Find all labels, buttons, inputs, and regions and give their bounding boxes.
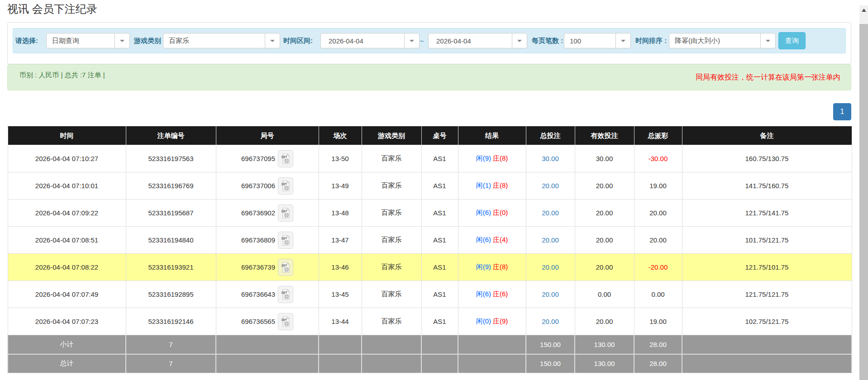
total-bet-cell[interactable]: 20.00 — [526, 200, 575, 227]
round-number: 696736565 — [241, 318, 275, 325]
round-cell: 696737095 — [216, 145, 319, 172]
payout-cell: 19.00 — [634, 172, 682, 200]
filter-bar: 请选择: 日期查询 游戏类别 百家乐 时间区间: 2026-04-04 ~ 20… — [13, 28, 846, 53]
result-banker: 庄(8) — [493, 263, 508, 271]
sort-label: 时间排序 : — [635, 37, 667, 45]
chevron-down-icon — [120, 40, 124, 42]
table-row: 2026-04-04 07:10:01523316196769696737006… — [8, 172, 852, 200]
note-cell: 141.75/160.75 — [682, 172, 852, 200]
page-size-select[interactable]: 100 — [564, 33, 631, 48]
page-1-button[interactable]: 1 — [833, 103, 851, 120]
grandtotal-row: 总计7150.00130.0028.00 — [8, 354, 852, 373]
footer-cell-6 — [458, 335, 526, 354]
round-cell: 696736902 — [216, 200, 319, 227]
total-bet-cell[interactable]: 20.00 — [526, 281, 575, 308]
main-content: 视讯 会员下注纪录 请选择: 日期查询 游戏类别 百家乐 时间区间: 2026-… — [7, 0, 851, 373]
footer-cell-4 — [362, 354, 421, 373]
records-table: 时间注单编号局号场次游戏类别桌号结果总投注有效投注总派彩备注 2026-04-0… — [7, 126, 852, 373]
table-no-cell: AS1 — [421, 227, 458, 254]
footer-cell-3 — [319, 335, 362, 354]
col-header-6: 结果 — [458, 127, 526, 145]
payout-cell: -30.00 — [634, 145, 682, 172]
footer-cell-9: 28.00 — [634, 335, 682, 354]
round-number: 696737095 — [241, 155, 275, 162]
video-replay-button[interactable] — [278, 232, 293, 249]
result-player: 闲(1) — [476, 181, 491, 189]
result-banker: 庄(9) — [493, 317, 508, 325]
col-header-1: 注单编号 — [126, 127, 216, 145]
col-header-0: 时间 — [8, 127, 126, 145]
table-no-cell: AS1 — [421, 200, 458, 227]
bet-id-cell: 523316195687 — [126, 200, 216, 227]
video-icon — [281, 180, 291, 192]
video-replay-button[interactable] — [278, 259, 293, 276]
video-replay-button[interactable] — [278, 286, 293, 303]
bet-id-cell: 523316192146 — [126, 308, 216, 335]
video-replay-button[interactable] — [278, 313, 293, 330]
result-player: 闲(9) — [476, 154, 491, 162]
total-bet-cell[interactable]: 30.00 — [526, 145, 575, 172]
scrollbar-cap — [859, 0, 868, 5]
footer-cell-0: 总计 — [8, 354, 126, 373]
session-cell: 13-49 — [319, 172, 362, 200]
table-head: 时间注单编号局号场次游戏类别桌号结果总投注有效投注总派彩备注 — [8, 127, 852, 145]
scrollbar-up-icon[interactable] — [862, 9, 866, 12]
result-cell: 闲(0)庄(9) — [458, 308, 526, 335]
round-cell: 696736809 — [216, 227, 319, 254]
video-icon — [281, 153, 291, 165]
summary-text: 币别 : 人民币 | 总共 :7 注单 | — [19, 71, 105, 80]
query-type-caret-box — [114, 33, 129, 48]
col-header-4: 游戏类别 — [362, 127, 421, 145]
result-banker: 庄(4) — [493, 236, 508, 243]
query-type-select[interactable]: 日期查询 — [46, 33, 130, 48]
footer-cell-8: 130.00 — [575, 335, 634, 354]
video-replay-button[interactable] — [278, 150, 293, 167]
query-button[interactable]: 查询 — [778, 32, 806, 49]
game-type-cell: 百家乐 — [362, 172, 421, 200]
table-row: 2026-04-04 07:09:22523316195687696736902… — [8, 200, 852, 227]
footer-cell-1: 7 — [126, 354, 216, 373]
game-type-cell: 百家乐 — [362, 227, 421, 254]
page-size-caret-box — [615, 33, 630, 48]
footer-cell-5 — [421, 354, 458, 373]
total-bet-cell[interactable]: 20.00 — [526, 308, 575, 335]
total-bet-cell[interactable]: 20.00 — [526, 172, 575, 200]
subtotal-row: 小计7150.00130.0028.00 — [8, 335, 852, 354]
round-cell: 696736565 — [216, 308, 319, 335]
payout-cell: -20.00 — [634, 254, 682, 281]
time-cell: 2026-04-04 07:08:51 — [8, 227, 126, 254]
total-bet-cell[interactable]: 20.00 — [526, 254, 575, 281]
scrollbar-thumb[interactable] — [859, 24, 868, 380]
video-replay-button[interactable] — [278, 177, 293, 195]
result-banker: 庄(8) — [493, 154, 508, 162]
sort-caret-box — [760, 33, 775, 48]
footer-cell-10 — [682, 354, 852, 373]
time-cell: 2026-04-04 07:10:27 — [8, 145, 126, 172]
scrollbar[interactable] — [859, 0, 868, 380]
table-row: 2026-04-04 07:08:51523316194840696736809… — [8, 227, 852, 254]
game-type-select[interactable]: 百家乐 — [163, 33, 280, 48]
page-title: 视讯 会员下注纪录 — [7, 0, 851, 14]
payout-cell: 0.00 — [634, 281, 682, 308]
session-cell: 13-50 — [319, 145, 362, 172]
note-cell: 102.75/121.75 — [682, 308, 852, 335]
sort-select[interactable]: 降幂(由大到小) — [669, 33, 776, 48]
round-cell: 696737006 — [216, 172, 319, 200]
round-number: 696736739 — [241, 263, 275, 271]
date-from-value: 2026-04-04 — [321, 37, 404, 45]
session-cell: 13-44 — [319, 308, 362, 335]
date-from-select[interactable]: 2026-04-04 — [320, 33, 420, 48]
round-number: 696737006 — [241, 182, 275, 190]
footer-cell-5 — [421, 335, 458, 354]
bet-id-cell: 523316192895 — [126, 281, 216, 308]
video-replay-button[interactable] — [278, 204, 293, 222]
page-size-label: 每页笔数 : — [532, 37, 563, 45]
total-bet-cell[interactable]: 20.00 — [526, 227, 575, 254]
result-player: 闲(9) — [476, 263, 491, 271]
bet-id-cell: 523316194840 — [126, 227, 216, 254]
summary-note: 同局有效投注，统一计算在该局第一张注单内 — [696, 73, 840, 82]
round-cell: 696736739 — [216, 254, 319, 281]
result-player: 闲(6) — [476, 236, 491, 243]
date-to-select[interactable]: 2026-04-04 — [428, 33, 527, 48]
round-number: 696736902 — [241, 209, 275, 217]
